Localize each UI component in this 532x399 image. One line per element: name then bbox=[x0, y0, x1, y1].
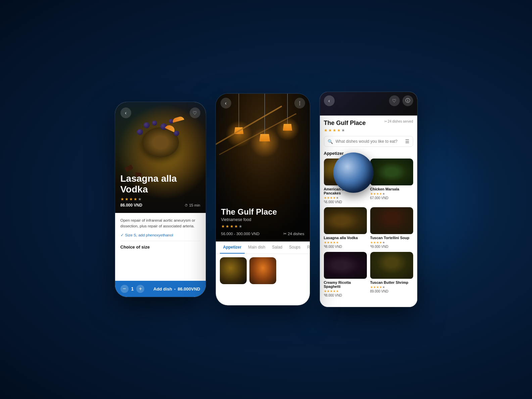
restaurant-info: The Gulf Place Vietnamese food ★ ★ ★ ★ ★… bbox=[216, 202, 310, 241]
dish-image-tortellini bbox=[370, 207, 413, 234]
phone1-detail: ‹ ♡ Lasagna alla Vodka ★ ★ ★ ★ ★ 86.000 … bbox=[115, 102, 206, 297]
phone3-nav: ‹ ♡ ⓘ bbox=[320, 95, 417, 106]
clock-icon: ⏱ bbox=[185, 204, 188, 207]
star-4: ★ bbox=[234, 224, 238, 229]
star-3: ★ bbox=[129, 197, 133, 202]
stars-row: ★ ★ ★ ★ ★ bbox=[120, 197, 200, 202]
dish-thumbnail-1[interactable] bbox=[220, 257, 247, 284]
dish-stars-pancakes: ★ ★ ★ ★ ★ bbox=[324, 196, 367, 200]
dish-price-spaghetti: 88.000 VND bbox=[324, 294, 367, 297]
back-button[interactable]: ‹ bbox=[221, 98, 231, 108]
restaurant-hero: ‹ ⋮ The Gulf Place Vietnamese food ★ ★ ★… bbox=[216, 94, 310, 241]
star-5: ★ bbox=[138, 197, 142, 202]
scissors-icon: ✂ bbox=[384, 120, 387, 123]
dish-card-spaghetti[interactable]: Creamy Ricotta Spaghetti ★ ★ ★ ★ ★ 88.00… bbox=[324, 252, 367, 297]
dish-stars-butter-shrimp: ★ ★ ★ ★ ★ bbox=[370, 285, 413, 289]
favorite-button[interactable]: ♡ bbox=[190, 107, 200, 118]
phone1-body: Open repair of infrarenal aortic aneurys… bbox=[115, 213, 206, 281]
dishes-count: ✂ 24 dishes bbox=[283, 231, 304, 236]
restaurant-meta: 56.000 - 300.000 VND ✂ 24 dishes bbox=[221, 231, 304, 236]
add-dish-button[interactable]: Add dish • 86.000VND bbox=[153, 286, 200, 292]
star-5: ★ bbox=[341, 128, 345, 133]
dish-price-tortellini: 89.000 VND bbox=[370, 245, 413, 249]
dish-price-pancakes: 56.000 VND bbox=[324, 200, 367, 204]
star-1: ★ bbox=[221, 224, 225, 229]
decorative-sphere bbox=[333, 152, 374, 193]
phone3-header-image: ‹ ♡ ⓘ bbox=[320, 92, 417, 116]
phone2-container: ‹ ⋮ The Gulf Place Vietnamese food ★ ★ ★… bbox=[216, 94, 310, 305]
dish-thumbnail-2[interactable] bbox=[249, 257, 276, 284]
increase-quantity-button[interactable]: + bbox=[136, 285, 144, 293]
dish-name-marsala: Chicken Marsala bbox=[370, 187, 413, 191]
food-image bbox=[137, 121, 184, 168]
star-4: ★ bbox=[134, 197, 137, 202]
restaurant-name: The Gulf Place bbox=[221, 207, 304, 217]
phone2-nav: ‹ ⋮ bbox=[216, 98, 310, 108]
scissors-icon: ✂ bbox=[283, 231, 287, 236]
dish-image-butter-shrimp bbox=[370, 252, 413, 279]
choice-label: Choice of size bbox=[120, 245, 200, 250]
dish-image-lasagna bbox=[324, 207, 367, 234]
search-icon: 🔍 bbox=[328, 139, 333, 144]
tab-main-dish[interactable]: Main dish bbox=[245, 241, 269, 254]
dish-name-tortellini: Tuscan Tortellini Soup bbox=[370, 236, 413, 240]
star-2: ★ bbox=[226, 224, 229, 229]
star-2: ★ bbox=[125, 197, 129, 202]
dish-image-marsala bbox=[370, 159, 413, 185]
dish-card-butter-shrimp[interactable]: Tuscan Butter Shrimp ★ ★ ★ ★ ★ 89.000 VN… bbox=[370, 252, 413, 297]
category-tabs: Appetizer Main dish Salad Soups Rice bbox=[216, 241, 310, 254]
dish-price-lasagna: 88.000 VND bbox=[324, 245, 367, 249]
star-3: ★ bbox=[333, 128, 336, 133]
tab-rice[interactable]: Rice bbox=[304, 241, 309, 254]
star-2: ★ bbox=[328, 128, 332, 133]
star-1: ★ bbox=[120, 197, 124, 202]
dish-name-spaghetti: Creamy Ricotta Spaghetti bbox=[324, 280, 367, 289]
dish-price: 86.000 VND bbox=[120, 203, 142, 208]
dish-price-butter-shrimp: 89.000 VND bbox=[370, 290, 413, 293]
dish-thumbnails bbox=[216, 254, 310, 305]
phone1-nav: ‹ ♡ bbox=[115, 107, 206, 118]
dish-name: Lasagna alla Vodka bbox=[120, 173, 200, 195]
dish-time: ⏱ 15 min bbox=[185, 203, 200, 207]
quantity-control: − 1 + bbox=[120, 285, 145, 293]
cuisine-type: Vietnamese food bbox=[221, 217, 304, 222]
more-options-button[interactable]: ⋮ bbox=[294, 98, 305, 108]
dish-card-lasagna[interactable]: Lasagna alla Vodka ★ ★ ★ ★ ★ 88.000 VND bbox=[324, 207, 367, 249]
favorite-button[interactable]: ♡ bbox=[389, 95, 400, 106]
restaurant-header-row: The Gulf Place ✂ 24 dishes served bbox=[324, 120, 413, 127]
price-range: 56.000 - 300.000 VND bbox=[221, 232, 259, 236]
dish-card-tortellini[interactable]: Tuscan Tortellini Soup ★ ★ ★ ★ ★ 89.000 … bbox=[370, 207, 413, 249]
dish-price-marsala: 67.000 VND bbox=[370, 196, 413, 200]
star-4: ★ bbox=[337, 128, 341, 133]
dish-title-area: Lasagna alla Vodka ★ ★ ★ ★ ★ 86.000 VND … bbox=[120, 173, 200, 208]
section-appetizer-label: Appetizer bbox=[324, 151, 413, 156]
back-button[interactable]: ‹ bbox=[324, 95, 335, 106]
dish-name-lasagna: Lasagna alla Vodka bbox=[324, 236, 367, 240]
tab-appetizer[interactable]: Appetizer bbox=[220, 241, 245, 254]
dish-stars-tortellini: ★ ★ ★ ★ ★ bbox=[370, 241, 413, 244]
dish-stars-marsala: ★ ★ ★ ★ ★ bbox=[370, 192, 413, 195]
star-1: ★ bbox=[324, 128, 328, 133]
phone2-restaurant: ‹ ⋮ The Gulf Place Vietnamese food ★ ★ ★… bbox=[216, 94, 310, 305]
phone1-container: ‹ ♡ Lasagna alla Vodka ★ ★ ★ ★ ★ 86.000 … bbox=[115, 102, 206, 297]
add-to-cart-bar: − 1 + Add dish • 86.000VND bbox=[115, 281, 206, 297]
tab-soups[interactable]: Soups bbox=[286, 241, 304, 254]
star-5: ★ bbox=[239, 224, 242, 229]
filter-icon[interactable]: ☰ bbox=[405, 139, 409, 144]
dish-stars-lasagna: ★ ★ ★ ★ ★ bbox=[324, 241, 367, 244]
dishes-served-badge: ✂ 24 dishes served bbox=[384, 120, 413, 123]
menu-body: The Gulf Place ✂ 24 dishes served ★ ★ ★ … bbox=[320, 116, 417, 307]
back-button[interactable]: ‹ bbox=[120, 107, 131, 118]
info-button[interactable]: ⓘ bbox=[402, 95, 413, 106]
dish-card-marsala[interactable]: Chicken Marsala ★ ★ ★ ★ ★ 67.000 VND bbox=[370, 159, 413, 204]
tab-salad[interactable]: Salad bbox=[269, 241, 286, 254]
dish-stars-spaghetti: ★ ★ ★ ★ ★ bbox=[324, 290, 367, 293]
restaurant-title: The Gulf Place bbox=[324, 120, 366, 127]
check-icon: ✓ bbox=[120, 233, 124, 237]
decrease-quantity-button[interactable]: − bbox=[120, 285, 129, 293]
size-option[interactable]: ✓ Size S, add phenoxyethanol bbox=[120, 233, 200, 241]
search-input[interactable] bbox=[336, 139, 402, 144]
phone1-hero: ‹ ♡ Lasagna alla Vodka ★ ★ ★ ★ ★ 86.000 … bbox=[115, 102, 206, 213]
search-bar[interactable]: 🔍 ☰ bbox=[324, 136, 413, 147]
nav-icons-right: ♡ ⓘ bbox=[389, 95, 413, 106]
